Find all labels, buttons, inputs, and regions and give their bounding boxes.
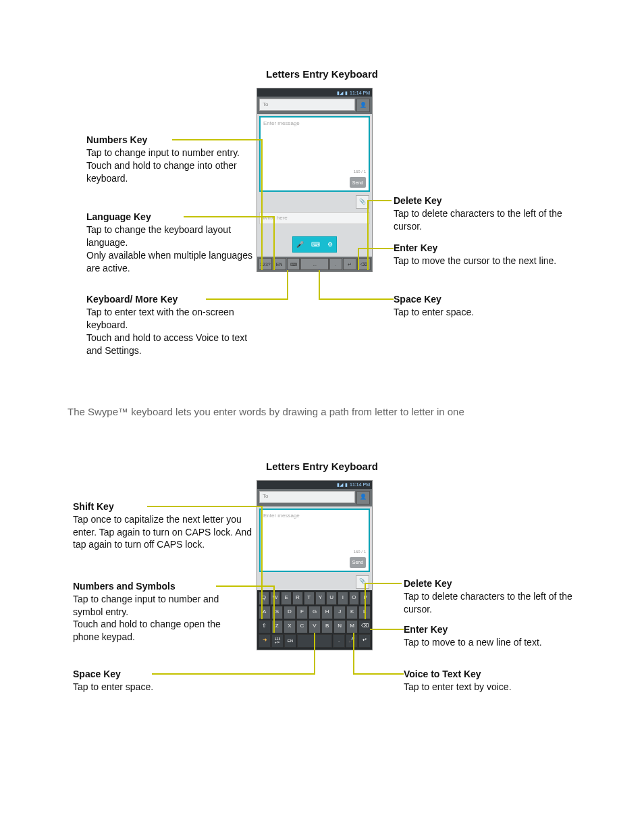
- contact-picker-button[interactable]: 👤: [356, 491, 370, 504]
- period-key[interactable]: .: [329, 258, 343, 270]
- callout-delete-key-2: Delete Key Tap to delete characters to t…: [404, 577, 593, 616]
- key-g[interactable]: G: [308, 606, 321, 619]
- send-button[interactable]: Send: [350, 177, 366, 188]
- swype-key[interactable]: ➜: [259, 634, 271, 648]
- callout-body: Tap to enter space.: [73, 681, 153, 694]
- callout-shift-key: Shift Key Tap once to capitalize the nex…: [73, 500, 255, 552]
- delete-key[interactable]: ⌫: [358, 620, 371, 633]
- key-m[interactable]: M: [346, 620, 358, 633]
- key-c[interactable]: C: [296, 620, 308, 633]
- callout-body: Tap to delete characters to the left of …: [394, 207, 583, 233]
- key-u[interactable]: U: [326, 592, 337, 605]
- callout-body: Tap to enter space.: [394, 306, 474, 319]
- callout-heading: Enter Key: [404, 623, 542, 636]
- period-key[interactable]: .: [333, 634, 345, 648]
- enter-key[interactable]: ↵: [358, 634, 371, 648]
- callout-enter-key: Enter Key Tap to move the cursor to the …: [394, 242, 556, 267]
- callout-heading: Numbers Key: [86, 134, 255, 147]
- key-y[interactable]: Y: [315, 592, 326, 605]
- callout-body: Tap to move to a new line of text.: [404, 636, 542, 649]
- signal-icon: ▮◢: [337, 90, 343, 96]
- callout-heading: Voice to Text Key: [404, 668, 512, 681]
- section2-title: Letters Entry Keyboard: [27, 460, 617, 473]
- callout-space-key: Space Key Tap to enter space.: [394, 293, 474, 319]
- key-k[interactable]: K: [346, 606, 358, 619]
- message-field[interactable]: Enter message 160 / 1 Send: [259, 509, 370, 572]
- key-r[interactable]: R: [292, 592, 303, 605]
- gear-icon: ⚙: [327, 240, 333, 249]
- key-v[interactable]: V: [308, 620, 321, 633]
- section1-title: Letters Entry Keyboard: [27, 68, 617, 81]
- status-bar: ▮◢ ▮ 11:14 PM: [257, 88, 372, 97]
- voice-to-text-key[interactable]: 🎤: [346, 634, 358, 648]
- callout-line: [273, 585, 275, 633]
- key-o[interactable]: O: [349, 592, 360, 605]
- callout-heading: Keyboard/ More Key: [86, 293, 255, 306]
- key-j[interactable]: J: [333, 606, 346, 619]
- callout-line: [273, 216, 275, 270]
- delete-key[interactable]: ⌫: [357, 258, 371, 270]
- callout-line: [358, 248, 359, 270]
- callout-keyboard-more-key: Keyboard/ More Key Tap to enter text wit…: [86, 293, 255, 357]
- callout-body: Tap once to capitalize the next letter y…: [73, 513, 255, 552]
- key-d[interactable]: D: [284, 606, 296, 619]
- key-n[interactable]: N: [333, 620, 346, 633]
- key-e[interactable]: E: [281, 592, 292, 605]
- numbers-key[interactable]: 123?: [259, 258, 272, 270]
- person-icon: 👤: [360, 102, 367, 109]
- message-placeholder: Enter message: [263, 120, 300, 126]
- keyboard-more-key[interactable]: ⌨: [287, 258, 300, 270]
- key-t[interactable]: T: [304, 592, 315, 605]
- to-field[interactable]: To: [259, 491, 355, 503]
- callout-delete-key: Delete Key Tap to delete characters to t…: [394, 194, 583, 233]
- callout-space-key: Space Key Tap to enter space.: [73, 668, 153, 694]
- keyboard-popup: 🎤 ⌨ ⚙: [292, 236, 337, 253]
- message-field[interactable]: Enter message 160 / 1 Send: [259, 116, 370, 192]
- key-w[interactable]: W: [270, 592, 281, 605]
- callout-body: Tap to delete characters to the left of …: [404, 590, 593, 616]
- space-key[interactable]: ⎵: [300, 258, 328, 270]
- callout-heading: Numbers and Symbols: [73, 580, 248, 593]
- callout-language-key: Language Key Tap to change the keyboard …: [86, 211, 255, 274]
- language-key[interactable]: EN: [284, 634, 296, 648]
- callout-heading: Space Key: [73, 668, 153, 681]
- key-q[interactable]: Q: [259, 592, 269, 605]
- callout-line: [367, 200, 369, 270]
- key-i[interactable]: I: [338, 592, 348, 605]
- message-placeholder: Enter message: [263, 513, 300, 519]
- callout-line: [367, 200, 392, 201]
- callout-line: [319, 270, 320, 300]
- numbers-symbols-key[interactable]: 123+!=: [271, 634, 284, 648]
- shift-key[interactable]: ⇧: [259, 620, 271, 633]
- callout-heading: Delete Key: [394, 194, 583, 207]
- write-here-field[interactable]: Write here: [259, 212, 370, 224]
- key-b[interactable]: B: [321, 620, 333, 633]
- enter-key[interactable]: ↵: [343, 258, 356, 270]
- to-field[interactable]: To: [259, 99, 355, 111]
- mic-icon: 🎤: [296, 240, 304, 249]
- key-h[interactable]: H: [321, 606, 333, 619]
- send-button[interactable]: Send: [350, 557, 366, 568]
- contact-picker-button[interactable]: 👤: [356, 99, 370, 112]
- char-count: 160 / 1: [354, 169, 366, 174]
- callout-numbers-key: Numbers Key Tap to change input to numbe…: [86, 134, 255, 185]
- battery-icon: ▮: [345, 481, 348, 488]
- paperclip-icon: 📎: [359, 199, 366, 206]
- signal-icon: ▮◢: [337, 481, 343, 488]
- battery-icon: ▮: [345, 90, 348, 96]
- key-x[interactable]: X: [284, 620, 296, 633]
- attach-button[interactable]: 📎: [356, 575, 369, 589]
- key-a[interactable]: A: [259, 606, 271, 619]
- callout-body: Tap to change input to number and symbol…: [73, 593, 248, 644]
- callout-line: [353, 673, 404, 675]
- status-bar: ▮◢ ▮ 11:14 PM: [257, 481, 372, 489]
- callout-line: [370, 629, 404, 630]
- callout-line: [353, 633, 354, 675]
- callout-body: Tap to change the keyboard layout langua…: [86, 224, 255, 275]
- callout-line: [152, 673, 314, 675]
- keyboard-icon: ⌨: [311, 240, 320, 249]
- status-time: 11:14 PM: [350, 481, 370, 488]
- callout-line: [287, 270, 288, 300]
- callout-voice-to-text-key: Voice to Text Key Tap to enter text by v…: [404, 668, 512, 694]
- key-f[interactable]: F: [296, 606, 308, 619]
